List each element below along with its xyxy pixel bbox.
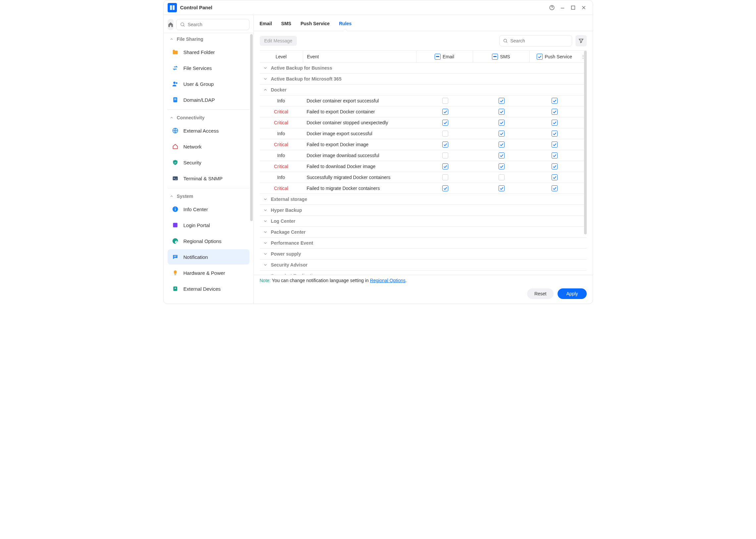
row-push-checkbox[interactable] bbox=[552, 174, 558, 180]
row-sms-checkbox[interactable] bbox=[499, 152, 505, 158]
tab-sms[interactable]: SMS bbox=[281, 21, 291, 31]
row-email-checkbox[interactable] bbox=[442, 109, 448, 115]
sidebar-item-hardware-power[interactable]: Hardware & Power bbox=[168, 265, 249, 280]
row-email-checkbox[interactable] bbox=[442, 152, 448, 158]
svg-line-7 bbox=[183, 26, 184, 27]
sidebar-item-file-services[interactable]: File Services bbox=[168, 60, 249, 76]
svg-point-9 bbox=[175, 82, 177, 84]
table-row: InfoDocker image export successful bbox=[260, 128, 587, 139]
sidebar-group-system[interactable]: System bbox=[166, 190, 251, 201]
row-push-checkbox[interactable] bbox=[552, 163, 558, 169]
sms-header-checkbox[interactable] bbox=[492, 54, 498, 60]
table-group-power-supply[interactable]: Power supply bbox=[260, 249, 587, 260]
sidebar-scrollbar[interactable] bbox=[250, 34, 253, 301]
row-push-checkbox[interactable] bbox=[552, 141, 558, 147]
table-group-abb[interactable]: Active Backup for Business bbox=[260, 63, 587, 74]
row-sms-checkbox[interactable] bbox=[499, 131, 505, 136]
table-group-log-center[interactable]: Log Center bbox=[260, 216, 587, 227]
row-sms-checkbox[interactable] bbox=[499, 174, 505, 180]
apply-button[interactable]: Apply bbox=[558, 288, 586, 299]
col-header-level[interactable]: Level bbox=[260, 54, 303, 59]
row-push-checkbox[interactable] bbox=[552, 120, 558, 126]
row-email-checkbox[interactable] bbox=[442, 120, 448, 126]
table-row: CriticalFailed to export Docker containe… bbox=[260, 107, 587, 117]
tabs: EmailSMSPush ServiceRules bbox=[254, 15, 593, 31]
tab-push[interactable]: Push Service bbox=[301, 21, 330, 31]
table-search-input[interactable] bbox=[511, 38, 569, 43]
row-push-checkbox[interactable] bbox=[552, 152, 558, 158]
sidebar-scrollbar-thumb[interactable] bbox=[250, 34, 253, 221]
svg-point-8 bbox=[173, 82, 175, 84]
note-link[interactable]: Regional Options bbox=[370, 278, 405, 283]
sidebar-item-domain-ldap[interactable]: Domain/LDAP bbox=[168, 92, 249, 108]
table-group-ab365[interactable]: Active Backup for Microsoft 365 bbox=[260, 74, 587, 85]
table-group-security-advisor[interactable]: Security Advisor bbox=[260, 260, 587, 270]
svg-rect-11 bbox=[174, 99, 176, 99]
row-email-checkbox[interactable] bbox=[442, 163, 448, 169]
filter-button[interactable] bbox=[576, 35, 587, 46]
col-header-email[interactable]: Email bbox=[416, 54, 473, 60]
table-row: CriticalFailed to download Docker image bbox=[260, 161, 587, 172]
row-level: Critical bbox=[260, 186, 303, 191]
sidebar-item-network[interactable]: Network bbox=[168, 139, 249, 154]
row-push-checkbox[interactable] bbox=[552, 185, 558, 191]
tab-rules[interactable]: Rules bbox=[339, 21, 352, 31]
row-level: Critical bbox=[260, 109, 303, 115]
sidebar-group-file-sharing[interactable]: File Sharing bbox=[166, 33, 251, 44]
sidebar-item-terminal-snmp[interactable]: Terminal & SNMP bbox=[168, 171, 249, 186]
search-icon bbox=[503, 38, 508, 44]
table-scrollbar[interactable] bbox=[584, 51, 587, 275]
tab-email[interactable]: Email bbox=[260, 21, 272, 31]
sidebar-item-shared-folder[interactable]: Shared Folder bbox=[168, 44, 249, 60]
table-group-perf-event[interactable]: Performance Event bbox=[260, 238, 587, 249]
sidebar-item-security[interactable]: Security bbox=[168, 155, 249, 170]
row-email-checkbox[interactable] bbox=[442, 141, 448, 147]
row-sms-checkbox[interactable] bbox=[499, 185, 505, 191]
row-sms-checkbox[interactable] bbox=[499, 109, 505, 115]
col-header-sms[interactable]: SMS bbox=[473, 54, 529, 60]
sidebar-search[interactable] bbox=[176, 19, 249, 30]
maximize-button[interactable] bbox=[568, 3, 578, 13]
col-header-push[interactable]: Push Service bbox=[530, 54, 580, 60]
row-sms-checkbox[interactable] bbox=[499, 163, 505, 169]
sidebar-item-external-devices[interactable]: External Devices bbox=[168, 281, 249, 296]
row-event: Docker image export successful bbox=[303, 131, 417, 136]
table-search[interactable] bbox=[499, 35, 572, 46]
search-icon bbox=[180, 22, 185, 27]
help-button[interactable] bbox=[547, 3, 557, 13]
sidebar-search-input[interactable] bbox=[188, 22, 246, 27]
sidebar-item-user-group[interactable]: User & Group bbox=[168, 76, 249, 92]
sidebar-item-notification[interactable]: Notification bbox=[168, 249, 249, 265]
sidebar-item-regional-options[interactable]: Regional Options bbox=[168, 233, 249, 249]
home-button[interactable] bbox=[168, 19, 173, 30]
sidebar-item-info-center[interactable]: Info Center bbox=[168, 201, 249, 217]
push-header-checkbox[interactable] bbox=[537, 54, 543, 60]
close-button[interactable] bbox=[579, 3, 589, 13]
table-group-package-center[interactable]: Package Center bbox=[260, 227, 587, 238]
row-level: Info bbox=[260, 98, 303, 104]
reset-button[interactable]: Reset bbox=[527, 288, 554, 299]
info-icon bbox=[171, 205, 179, 213]
row-sms-checkbox[interactable] bbox=[499, 98, 505, 104]
row-email-checkbox[interactable] bbox=[442, 131, 448, 136]
email-header-checkbox[interactable] bbox=[435, 54, 441, 60]
row-push-checkbox[interactable] bbox=[552, 109, 558, 115]
window-title: Control Panel bbox=[180, 5, 213, 10]
table-scrollbar-thumb[interactable] bbox=[584, 51, 587, 234]
table-group-ext-storage[interactable]: External storage bbox=[260, 194, 587, 205]
table-group-snapshot-replication[interactable]: Snapshot Replication bbox=[260, 270, 587, 275]
sidebar-item-external-access[interactable]: External Access bbox=[168, 123, 249, 138]
col-header-event[interactable]: Event bbox=[303, 54, 416, 59]
row-push-checkbox[interactable] bbox=[552, 98, 558, 104]
row-push-checkbox[interactable] bbox=[552, 131, 558, 136]
row-sms-checkbox[interactable] bbox=[499, 120, 505, 126]
sidebar-item-login-portal[interactable]: Login Portal bbox=[168, 217, 249, 233]
sidebar-group-connectivity[interactable]: Connectivity bbox=[166, 112, 251, 122]
table-group-docker[interactable]: Docker bbox=[260, 85, 587, 96]
table-group-hyper-backup[interactable]: Hyper Backup bbox=[260, 205, 587, 216]
row-sms-checkbox[interactable] bbox=[499, 141, 505, 147]
row-email-checkbox[interactable] bbox=[442, 98, 448, 104]
row-email-checkbox[interactable] bbox=[442, 174, 448, 180]
row-email-checkbox[interactable] bbox=[442, 185, 448, 191]
minimize-button[interactable] bbox=[558, 3, 568, 13]
